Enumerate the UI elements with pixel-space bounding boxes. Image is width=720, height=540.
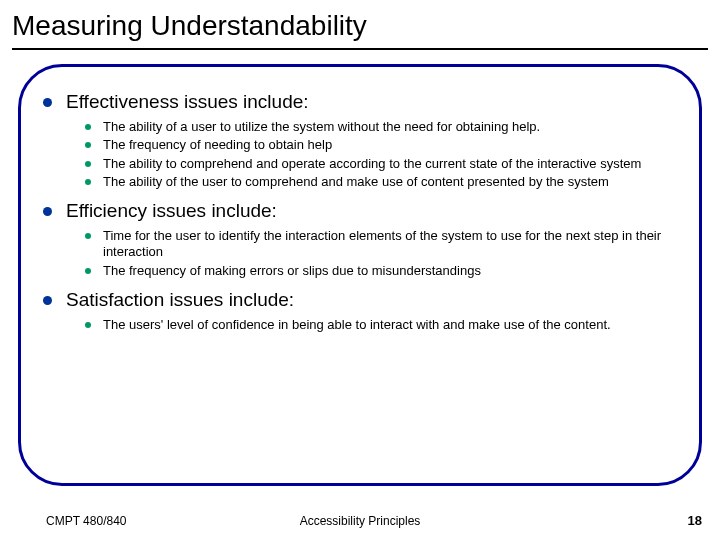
bullet-level2-icon bbox=[85, 142, 91, 148]
bullet-level2-icon bbox=[85, 268, 91, 274]
section-heading: Satisfaction issues include: bbox=[66, 289, 294, 311]
bullet-level1-icon bbox=[43, 207, 52, 216]
list-item: The frequency of needing to obtain help bbox=[85, 137, 677, 153]
title-underline bbox=[12, 48, 708, 50]
bullet-level2-icon bbox=[85, 124, 91, 130]
list-item: The ability to comprehend and operate ac… bbox=[85, 156, 677, 172]
list-item-text: The ability to comprehend and operate ac… bbox=[103, 156, 641, 172]
section-heading-row: Efficiency issues include: bbox=[43, 200, 677, 222]
footer-center: Accessibility Principles bbox=[0, 514, 720, 528]
page-number: 18 bbox=[688, 513, 702, 528]
title-block: Measuring Understandability bbox=[0, 0, 720, 50]
list-item: Time for the user to identify the intera… bbox=[85, 228, 677, 261]
section-heading: Efficiency issues include: bbox=[66, 200, 277, 222]
bullet-level2-icon bbox=[85, 233, 91, 239]
list-item: The ability of a user to utilize the sys… bbox=[85, 119, 677, 135]
sub-list: The ability of a user to utilize the sys… bbox=[43, 119, 677, 190]
section-heading-row: Satisfaction issues include: bbox=[43, 289, 677, 311]
list-item-text: The ability of a user to utilize the sys… bbox=[103, 119, 540, 135]
section-satisfaction: Satisfaction issues include: The users' … bbox=[43, 289, 677, 333]
bullet-level2-icon bbox=[85, 322, 91, 328]
section-efficiency: Efficiency issues include: Time for the … bbox=[43, 200, 677, 279]
list-item-text: The ability of the user to comprehend an… bbox=[103, 174, 609, 190]
footer: CMPT 480/840 Accessibility Principles 18 bbox=[0, 504, 720, 528]
bullet-level2-icon bbox=[85, 179, 91, 185]
bullet-level1-icon bbox=[43, 296, 52, 305]
section-heading: Effectiveness issues include: bbox=[66, 91, 309, 113]
slide-title: Measuring Understandability bbox=[12, 10, 708, 42]
list-item: The users' level of confidence in being … bbox=[85, 317, 677, 333]
content-frame: Effectiveness issues include: The abilit… bbox=[18, 64, 702, 486]
section-heading-row: Effectiveness issues include: bbox=[43, 91, 677, 113]
sub-list: The users' level of confidence in being … bbox=[43, 317, 677, 333]
slide: Measuring Understandability Effectivenes… bbox=[0, 0, 720, 540]
list-item-text: Time for the user to identify the intera… bbox=[103, 228, 677, 261]
list-item-text: The frequency of making errors or slips … bbox=[103, 263, 481, 279]
sub-list: Time for the user to identify the intera… bbox=[43, 228, 677, 279]
list-item: The ability of the user to comprehend an… bbox=[85, 174, 677, 190]
list-item-text: The users' level of confidence in being … bbox=[103, 317, 611, 333]
section-effectiveness: Effectiveness issues include: The abilit… bbox=[43, 91, 677, 190]
list-item-text: The frequency of needing to obtain help bbox=[103, 137, 332, 153]
bullet-level1-icon bbox=[43, 98, 52, 107]
bullet-level2-icon bbox=[85, 161, 91, 167]
list-item: The frequency of making errors or slips … bbox=[85, 263, 677, 279]
